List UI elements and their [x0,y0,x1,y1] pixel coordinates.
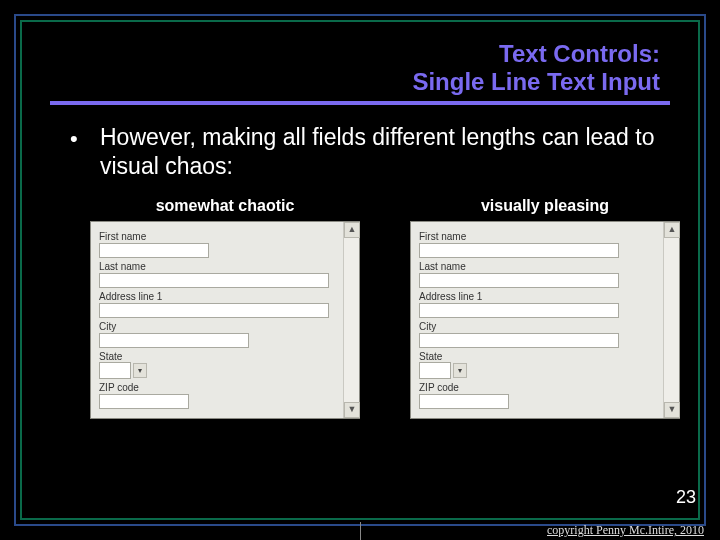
select-state-value: AI [423,365,432,376]
form-chaotic-body: First name Last name Address line 1 City… [91,222,343,418]
label-first-name: First name [419,231,655,242]
input-zip[interactable] [99,394,189,409]
label-state: State [419,351,655,362]
example-left: somewhat chaotic First name Last name Ad… [90,197,360,419]
title-line-2: Single Line Text Input [412,68,660,95]
inner-border: Text Controls: Single Line Text Input • … [20,20,700,520]
page-number: 23 [676,487,696,508]
example-right: visually pleasing First name Last name A… [410,197,680,419]
slide-content: Text Controls: Single Line Text Input • … [22,22,698,419]
select-state-value: AI [103,365,112,376]
label-state: State [99,351,335,362]
label-last-name: Last name [419,261,655,272]
chevron-down-icon[interactable]: ▾ [133,363,147,378]
label-address1: Address line 1 [419,291,655,302]
label-last-name: Last name [99,261,335,272]
footer-separator [360,522,361,540]
input-last-name[interactable] [99,273,329,288]
title-underline [50,101,670,105]
input-address1[interactable] [99,303,329,318]
input-first-name[interactable] [419,243,619,258]
label-city: City [419,321,655,332]
scrollbar[interactable]: ▲ ▼ [343,222,359,418]
scroll-down-icon[interactable]: ▼ [344,402,360,418]
input-address1[interactable] [419,303,619,318]
scroll-up-icon[interactable]: ▲ [344,222,360,238]
select-state[interactable]: AI [99,362,131,379]
input-zip[interactable] [419,394,509,409]
scroll-up-icon[interactable]: ▲ [664,222,680,238]
example-right-label: visually pleasing [410,197,680,215]
input-city[interactable] [99,333,249,348]
bullet-marker: • [70,123,100,153]
form-pleasing: First name Last name Address line 1 City… [410,221,680,419]
bullet-item: • However, making all fields different l… [50,123,670,181]
copyright-text: copyright Penny Mc.Intire, 2010 [547,523,704,538]
select-state[interactable]: AI [419,362,451,379]
input-last-name[interactable] [419,273,619,288]
examples-row: somewhat chaotic First name Last name Ad… [50,197,670,419]
slide-title: Text Controls: Single Line Text Input [50,40,670,95]
scroll-down-icon[interactable]: ▼ [664,402,680,418]
label-city: City [99,321,335,332]
title-line-1: Text Controls: [499,40,660,67]
example-left-label: somewhat chaotic [90,197,360,215]
form-chaotic: First name Last name Address line 1 City… [90,221,360,419]
label-address1: Address line 1 [99,291,335,302]
label-first-name: First name [99,231,335,242]
label-zip: ZIP code [99,382,335,393]
input-city[interactable] [419,333,619,348]
input-first-name[interactable] [99,243,209,258]
scrollbar[interactable]: ▲ ▼ [663,222,679,418]
form-pleasing-body: First name Last name Address line 1 City… [411,222,663,418]
chevron-down-icon[interactable]: ▾ [453,363,467,378]
bullet-text: However, making all fields different len… [100,123,670,181]
label-zip: ZIP code [419,382,655,393]
